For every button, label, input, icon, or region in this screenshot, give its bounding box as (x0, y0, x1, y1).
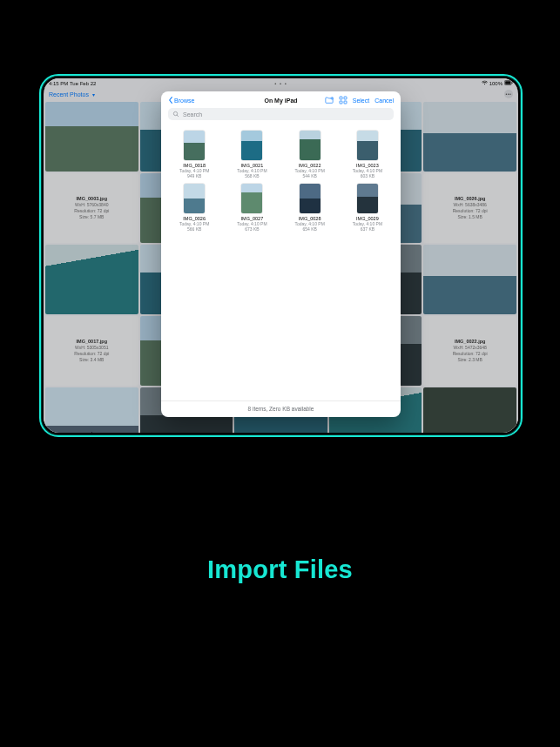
svg-rect-6 (340, 101, 342, 104)
view-options-button[interactable] (339, 96, 347, 105)
select-button[interactable]: Select (353, 98, 369, 104)
file-item[interactable]: IMG_0023Today, 4:10 PM603 KB (340, 129, 395, 178)
search-placeholder: Search (183, 111, 202, 118)
file-size: 568 KB (245, 173, 259, 178)
file-picker-modal: Browse On My iPad Select Cancel (161, 91, 401, 417)
file-thumbnail (300, 184, 320, 213)
file-item[interactable]: IMG_0026Today, 4:10 PM566 KB (166, 182, 222, 232)
file-size: 603 KB (361, 173, 374, 178)
folder-plus-icon (325, 96, 334, 104)
modal-header: Browse On My iPad Select Cancel (161, 91, 401, 108)
file-thumbnail (357, 131, 378, 160)
file-thumbnail (241, 131, 262, 160)
file-item[interactable]: IMG_0018Today, 4:10 PM949 KB (166, 129, 222, 178)
marketing-caption: Import Files (0, 555, 560, 584)
file-size: 654 KB (302, 226, 316, 232)
file-thumbnail (184, 184, 205, 213)
file-item[interactable]: IMG_0029Today, 4:10 PM637 KB (340, 182, 395, 232)
cancel-button[interactable]: Cancel (374, 98, 394, 104)
file-thumbnail (241, 184, 262, 213)
file-size: 566 KB (187, 226, 201, 232)
svg-rect-5 (344, 97, 347, 99)
file-size: 637 KB (361, 226, 374, 232)
file-size: 544 KB (302, 173, 316, 178)
files-area[interactable]: IMG_0018Today, 4:10 PM949 KBIMG_0021Toda… (161, 125, 401, 400)
file-thumbnail (184, 131, 205, 160)
new-folder-button[interactable] (325, 96, 334, 105)
grid-icon (339, 96, 347, 104)
svg-rect-4 (340, 97, 342, 99)
search-input[interactable]: Search (168, 108, 394, 120)
file-size: 949 KB (187, 173, 201, 178)
svg-rect-7 (344, 101, 347, 104)
ipad-frame: 4:15 PM Tue Feb 22 • • • 100% Recent Pho… (39, 74, 523, 437)
file-item[interactable]: IMG_0021Today, 4:10 PM568 KB (224, 129, 280, 178)
ipad-screen: 4:15 PM Tue Feb 22 • • • 100% Recent Pho… (44, 78, 518, 433)
file-thumbnail (357, 184, 378, 213)
modal-footer: 8 items, Zero KB available (161, 400, 401, 417)
file-item[interactable]: IMG_0022Today, 4:10 PM544 KB (282, 129, 338, 178)
file-item[interactable]: IMG_0028Today, 4:10 PM654 KB (282, 182, 338, 232)
file-size: 673 KB (245, 226, 259, 232)
search-icon (172, 111, 179, 118)
file-thumbnail (300, 131, 320, 160)
file-item[interactable]: IMG_0027Today, 4:10 PM673 KB (224, 182, 280, 232)
